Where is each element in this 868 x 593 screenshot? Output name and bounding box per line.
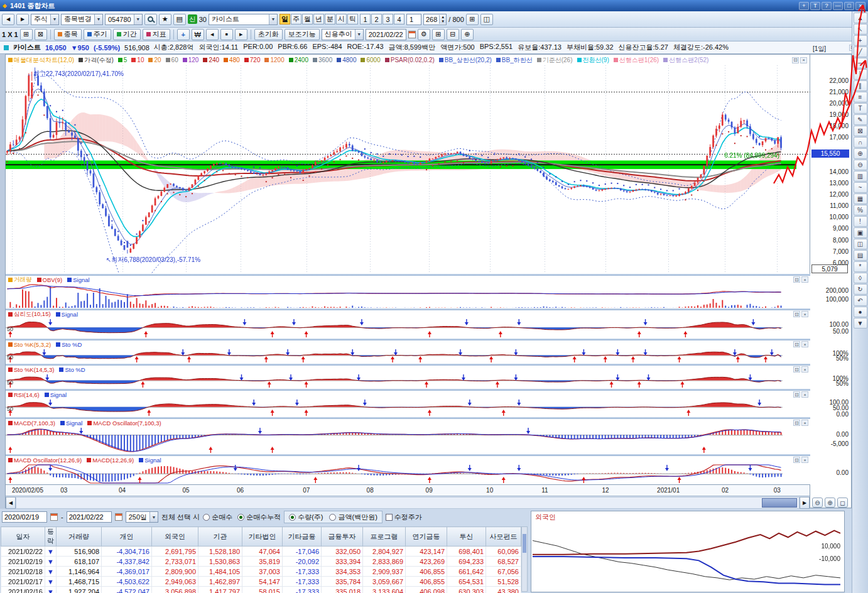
period-button-분[interactable]: 분 (325, 14, 335, 24)
stock-list-button[interactable]: ▤ (173, 14, 186, 25)
table-row[interactable]: 2021/02/18▼1,146,964-4,369,0172,809,9001… (1, 567, 521, 577)
grid-minus-button[interactable]: ⊟ (447, 29, 459, 40)
period-button-틱[interactable]: 틱 (347, 14, 358, 24)
grid-icon[interactable]: ▦ (854, 193, 867, 204)
calendar-icon[interactable] (115, 513, 122, 521)
layout-grid-button[interactable]: ⊞ (20, 29, 33, 40)
scroll-bottom-icon[interactable]: ▼ (854, 318, 867, 329)
adjusted-price-checkbox[interactable]: 수정주가 (386, 513, 422, 522)
vertical-line-icon[interactable]: │ (854, 69, 867, 80)
eraser-icon[interactable]: ⊠ (854, 126, 867, 136)
title-bar[interactable]: ◆ 1401 종합차트 +T?—□× (0, 0, 868, 11)
column-header-4[interactable]: 외국인 (152, 527, 198, 547)
stock-change-select[interactable]: 종목변경▼ (61, 14, 103, 25)
panel-close-icon[interactable]: × (801, 457, 808, 463)
layout-close-button[interactable]: ⊠ (35, 29, 47, 40)
pencil-icon[interactable]: ✎ (854, 114, 867, 125)
alert-icon[interactable]: ! (854, 216, 867, 227)
indicator-canvas-sentiment[interactable] (6, 318, 811, 339)
indicator-canvas-macd-slow[interactable] (6, 464, 811, 484)
spin-down-icon[interactable]: ▼ (441, 19, 445, 24)
minute-button-3[interactable]: 3 (382, 14, 393, 24)
calendar-icon[interactable] (408, 31, 416, 38)
play-forward-button[interactable]: ▶ (235, 29, 247, 40)
calendar-icon[interactable] (50, 513, 58, 521)
column-header-12[interactable]: 사모펀드 (486, 527, 521, 547)
column-header-3[interactable]: 개인 (102, 527, 152, 547)
column-header-0[interactable]: 일자 (1, 527, 45, 547)
print-icon[interactable]: ▤ (854, 250, 867, 261)
trendline-icon[interactable]: ╱ (854, 46, 867, 57)
horizontal-line-icon[interactable]: ─ (854, 58, 867, 68)
restore-icon[interactable]: □ (844, 2, 854, 10)
zoom-in-icon[interactable]: ⊕ (854, 148, 867, 159)
column-header-11[interactable]: 투신 (447, 527, 486, 547)
aux-function-button[interactable]: 보조기능 (285, 29, 320, 40)
net-buy-radio-0[interactable]: 순매수 (203, 513, 232, 522)
channel-icon[interactable]: ∥ (854, 80, 867, 91)
column-header-8[interactable]: 금융투자 (322, 527, 363, 547)
bar-count-spinner[interactable]: 268▲▼ (423, 14, 447, 25)
save-chart-button[interactable]: ◫ (480, 14, 493, 25)
undo-icon[interactable]: ↶ (854, 295, 867, 306)
table-row[interactable]: 2021/02/17▼1,468,715-4,503,6222,949,0631… (1, 577, 521, 587)
search-button[interactable] (144, 14, 157, 25)
nav-back-button[interactable]: ◀ (2, 14, 14, 25)
indicator-canvas-stoch-fast[interactable] (6, 348, 811, 364)
settings-button[interactable]: ⚙ (418, 29, 430, 40)
percent-icon[interactable]: % (854, 205, 867, 215)
save-icon[interactable]: ◫ (854, 239, 867, 249)
help-icon[interactable]: ? (822, 2, 832, 10)
play-back-button[interactable]: ◀ (206, 29, 219, 40)
wave-icon[interactable]: ~ (854, 182, 867, 193)
panel-restore-icon[interactable]: ⊡ (793, 366, 800, 373)
panel-close-icon[interactable]: × (801, 311, 808, 317)
panel-restore-icon[interactable]: ⊡ (793, 311, 800, 317)
scrollbar-track[interactable] (16, 497, 800, 509)
grid-button[interactable]: ⊞ (432, 29, 445, 40)
panel-restore-icon[interactable]: ⊡ (793, 341, 800, 347)
column-header-2[interactable]: 거래량 (57, 527, 102, 547)
currency-button[interactable]: ₩ (192, 29, 204, 40)
panel-restore-icon[interactable]: ⊡ (793, 276, 800, 283)
font-icon[interactable]: T (810, 2, 820, 10)
period-button-시[interactable]: 시 (336, 14, 347, 24)
settings-icon[interactable]: * (854, 261, 867, 272)
panel-restore-icon[interactable]: ⊡ (792, 57, 799, 63)
scroll-right-button[interactable]: ▶ (800, 497, 810, 509)
minute-input[interactable]: 1 (406, 14, 421, 25)
minute-button-2[interactable]: 2 (371, 14, 382, 24)
main-price-chart[interactable] (6, 65, 811, 274)
table-scrollbar[interactable] (521, 526, 528, 592)
chart-grid-button[interactable]: ⊞ (466, 14, 479, 25)
indicator-canvas-macd-fast[interactable] (6, 427, 811, 454)
indicator-canvas-stoch-slow[interactable] (6, 373, 811, 389)
zoom-out-icon[interactable]: ⊖ (812, 498, 823, 508)
date-from-input[interactable] (2, 511, 47, 523)
expand-button[interactable]: ⊕ (461, 29, 474, 40)
scrollbar-thumb[interactable] (762, 498, 797, 508)
spin-up-icon[interactable]: ▲ (441, 15, 445, 19)
scroll-left-button[interactable]: ◀ (6, 497, 16, 509)
favorite-button[interactable]: ★ (159, 14, 171, 25)
foreign-investor-chart[interactable] (531, 521, 844, 592)
zoom-in-icon[interactable]: ⊕ (825, 498, 835, 508)
magnet-icon[interactable]: ∩ (854, 137, 867, 148)
crosshair-icon[interactable]: + (854, 35, 867, 46)
column-header-9[interactable]: 프로그램 (363, 527, 406, 547)
menu-button-지표[interactable]: 지표 (143, 29, 170, 40)
unit-radio-1[interactable]: 금액(백만원) (329, 513, 377, 522)
table-row[interactable]: 2021/02/19▼618,107-4,337,8422,733,0711,5… (1, 557, 521, 567)
range-select[interactable]: 250일▼ (126, 511, 158, 523)
price-axis[interactable]: 15,550 5,079 ⊖ ⊕ ◻ 22,00021,00020,00019,… (810, 54, 852, 508)
zoom-out-icon[interactable]: ⊖ (854, 160, 867, 170)
close-icon[interactable]: × (855, 2, 865, 10)
credit-trend-select[interactable]: 신용추이▼ (322, 29, 364, 40)
period-button-월[interactable]: 월 (302, 14, 313, 24)
panel-close-icon[interactable]: × (801, 420, 808, 426)
period-button-주[interactable]: 주 (291, 14, 301, 24)
minute-button-1[interactable]: 1 (360, 14, 371, 24)
column-header-10[interactable]: 연기금등 (406, 527, 447, 547)
panel-restore-icon[interactable]: ⊡ (793, 420, 800, 426)
net-buy-radio-1[interactable]: 순매수누적 (237, 513, 281, 522)
